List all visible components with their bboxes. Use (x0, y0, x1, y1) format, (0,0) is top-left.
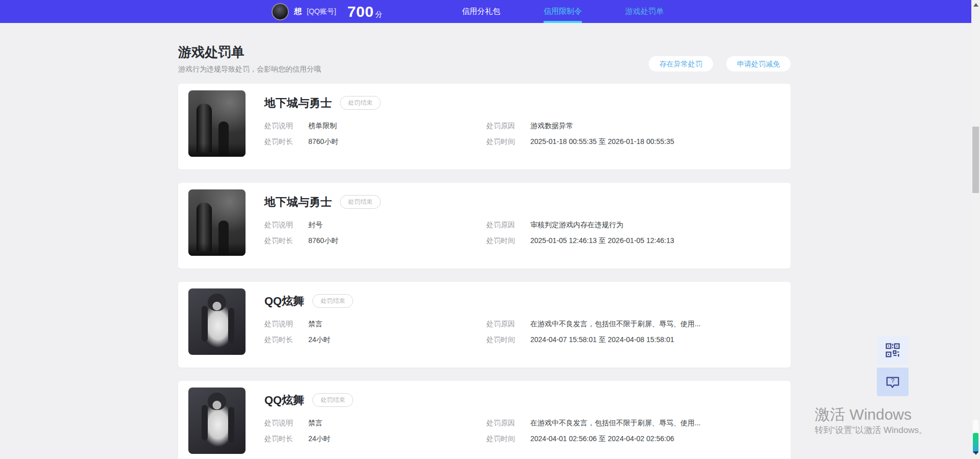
field-value-desc: 禁言 (308, 320, 323, 328)
field-value-duration: 8760小时 (308, 137, 338, 146)
help-question-bubble-icon: ? (885, 374, 900, 390)
penalty-card-list: 地下城与勇士 处罚结束 处罚说明榜单限制 处罚原因游戏数据异常 处罚时长8760… (178, 84, 791, 459)
field-value-desc: 封号 (308, 221, 323, 229)
field-value-reason: 游戏数据异常 (530, 122, 573, 130)
field-label-desc: 处罚说明 (264, 419, 293, 427)
status-badge: 处罚结束 (340, 96, 381, 110)
field-label-reason: 处罚原因 (486, 221, 515, 229)
field-value-time: 2024-04-01 02:56:06 至 2024-04-02 02:56:0… (530, 434, 674, 443)
field-value-reason: 在游戏中不良发言，包括但不限于刷屏、辱骂、使用... (530, 320, 701, 328)
field-value-reason: 在游戏中不良发言，包括但不限于刷屏、辱骂、使用... (530, 419, 701, 427)
main-content: 游戏处罚单 游戏行为违规导致处罚，会影响您的信用分哦 存在异常处罚 申请处罚减免… (178, 44, 791, 459)
down-arrow-icon[interactable] (973, 451, 978, 455)
field-label-desc: 处罚说明 (264, 122, 293, 130)
header-nav-tabs: 信用分礼包 信用限制令 游戏处罚单 (462, 0, 664, 23)
game-title: 地下城与勇士 (264, 196, 332, 209)
field-label-time: 处罚时间 (486, 335, 515, 344)
status-badge: 处罚结束 (340, 195, 381, 209)
game-thumbnail (188, 388, 246, 454)
credit-score: 700 分 (348, 3, 383, 20)
tab-credit-gift[interactable]: 信用分礼包 (462, 0, 500, 23)
penalty-card: QQ炫舞 处罚结束 处罚说明禁言 处罚原因在游戏中不良发言，包括但不限于刷屏、辱… (178, 381, 791, 459)
field-value-time: 2024-04-07 15:58:01 至 2024-04-08 15:58:0… (530, 335, 674, 344)
game-title: QQ炫舞 (264, 394, 304, 407)
penalty-reduction-button[interactable]: 申请处罚减免 (726, 56, 791, 71)
windows-activation-watermark: 激活 Windows 转到“设置”以激活 Windows。 (815, 405, 927, 436)
field-value-reason: 审核判定游戏内存在违规行为 (530, 221, 623, 229)
penalty-card: 地下城与勇士 处罚结束 处罚说明榜单限制 处罚原因游戏数据异常 处罚时长8760… (178, 84, 791, 170)
field-label-duration: 处罚时长 (264, 434, 293, 443)
field-value-time: 2025-01-05 12:46:13 至 2026-01-05 12:46:1… (530, 236, 674, 245)
abnormal-penalty-button[interactable]: 存在异常处罚 (649, 56, 713, 71)
field-label-duration: 处罚时长 (264, 236, 293, 245)
field-value-duration: 24小时 (308, 335, 331, 344)
scrollbar-thumb[interactable] (972, 127, 979, 193)
field-label-desc: 处罚说明 (264, 320, 293, 328)
game-thumbnail (188, 189, 246, 256)
field-value-desc: 榜单限制 (308, 122, 337, 130)
user-block: 想 [QQ账号] 700 分 (272, 0, 382, 23)
field-value-desc: 禁言 (308, 419, 323, 427)
field-label-reason: 处罚原因 (486, 122, 515, 130)
credit-score-number: 700 (348, 3, 374, 20)
game-title: 地下城与勇士 (264, 96, 332, 110)
scroll-indicator-gradient[interactable] (973, 433, 978, 453)
field-label-time: 处罚时间 (486, 137, 515, 146)
game-thumbnail (188, 288, 246, 355)
watermark-line2: 转到“设置”以激活 Windows。 (815, 425, 927, 436)
tab-game-penalty[interactable]: 游戏处罚单 (625, 0, 664, 23)
penalty-card: 地下城与勇士 处罚结束 处罚说明封号 处罚原因审核判定游戏内存在违规行为 处罚时… (178, 183, 791, 269)
qr-code-button[interactable] (877, 336, 909, 365)
field-label-reason: 处罚原因 (486, 419, 515, 427)
svg-text:?: ? (891, 377, 895, 384)
top-header-bar: 想 [QQ账号] 700 分 信用分礼包 信用限制令 游戏处罚单 (0, 0, 980, 23)
up-arrow-icon[interactable] (973, 3, 978, 7)
field-label-time: 处罚时间 (486, 434, 515, 443)
field-label-duration: 处罚时长 (264, 137, 293, 146)
field-value-duration: 24小时 (308, 434, 331, 443)
status-badge: 处罚结束 (312, 294, 353, 308)
credit-score-unit: 分 (375, 10, 382, 19)
qr-code-icon (885, 343, 900, 358)
user-avatar[interactable] (272, 3, 289, 20)
field-value-time: 2025-01-18 00:55:35 至 2026-01-18 00:55:3… (530, 137, 674, 146)
floating-side-buttons: ? (877, 336, 909, 396)
username: 想 (294, 7, 302, 16)
field-label-duration: 处罚时长 (264, 335, 293, 344)
status-badge: 处罚结束 (312, 393, 353, 407)
page-actions: 存在异常处罚 申请处罚减免 (649, 56, 791, 71)
game-title: QQ炫舞 (264, 295, 304, 308)
field-label-time: 处罚时间 (486, 236, 515, 245)
field-label-desc: 处罚说明 (264, 221, 293, 229)
penalty-card: QQ炫舞 处罚结束 处罚说明禁言 处罚原因在游戏中不良发言，包括但不限于刷屏、辱… (178, 282, 791, 368)
vertical-scrollbar[interactable] (971, 0, 980, 459)
game-thumbnail (188, 90, 246, 157)
field-label-reason: 处罚原因 (486, 320, 515, 328)
watermark-line1: 激活 Windows (815, 405, 927, 424)
account-type: [QQ账号] (307, 7, 336, 16)
tab-credit-restriction[interactable]: 信用限制令 (544, 0, 582, 23)
help-button[interactable]: ? (877, 368, 909, 396)
field-value-duration: 8760小时 (308, 236, 338, 245)
